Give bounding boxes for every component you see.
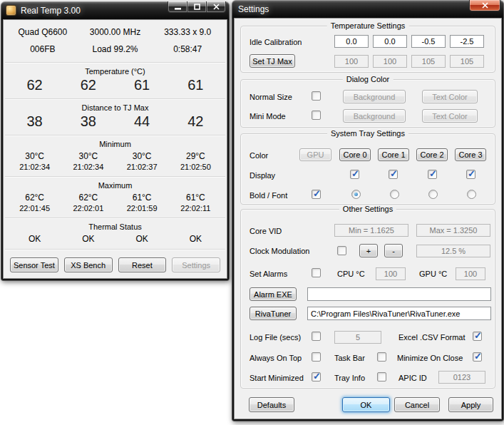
normal-size-checkbox[interactable] (312, 91, 321, 101)
tray-color-label: Color (250, 151, 268, 160)
minimum-label: Minimum (4, 136, 227, 148)
maximum-temps: 62°C 62°C 61°C 61°C (4, 190, 227, 203)
core1-distance: 38 (61, 113, 115, 130)
core0-color-button[interactable]: Core 0 (339, 148, 371, 161)
uptime: 0:58:47 (151, 44, 224, 54)
core0-status: OK (8, 234, 61, 244)
core0-min-time: 21:02:34 (8, 163, 61, 171)
core2-min-time: 21:02:37 (115, 163, 169, 171)
other-settings-group-label: Other Settings (339, 205, 396, 213)
distance-values: 38 38 44 42 (4, 112, 227, 135)
minimize-on-close-checkbox[interactable] (473, 352, 482, 362)
settings-titlebar[interactable]: Settings (234, 0, 502, 18)
idle-calibration-core1-input[interactable]: 0.0 (373, 35, 407, 48)
ok-button[interactable]: OK (342, 397, 390, 412)
core2-color-button[interactable]: Core 2 (416, 148, 448, 161)
core1-max-temp: 62°C (61, 193, 115, 203)
mini-background-button[interactable]: Background (343, 109, 406, 123)
cancel-button[interactable]: Cancel (394, 397, 440, 412)
csv-format-checkbox[interactable] (473, 332, 482, 341)
clock-modulation-label: Clock Modulation (250, 247, 309, 256)
alarm-exe-button[interactable]: Alarm EXE (250, 287, 297, 301)
mini-mode-label: Mini Mode (250, 112, 286, 121)
normal-background-button[interactable]: Background (343, 90, 406, 103)
tray-info-checkbox[interactable] (377, 372, 386, 382)
reset-button[interactable]: Reset (118, 257, 167, 272)
maximum-times: 22:01:45 22:02:01 22:01:59 22:02:11 (4, 203, 227, 217)
gpu-alarm-label: GPU °C (419, 270, 447, 279)
fsb-multiplier: 333.33 x 9.0 (151, 27, 224, 37)
core0-min-temp: 30°C (8, 151, 61, 161)
log-file-checkbox[interactable] (312, 332, 321, 341)
display-core1-checkbox[interactable] (389, 170, 398, 179)
core3-min-time: 21:02:50 (169, 163, 222, 171)
clock-plus-button[interactable]: + (359, 244, 378, 257)
realtemp-window-title: Real Temp 3.00 (21, 6, 81, 16)
font-core3-radio[interactable] (467, 190, 476, 199)
font-core2-radio[interactable] (428, 190, 438, 199)
settings-button[interactable]: Settings (172, 257, 220, 272)
core1-status: OK (61, 234, 115, 244)
minimize-icon (175, 4, 181, 10)
close-button[interactable] (206, 1, 226, 13)
temperature-settings-group-label: Temperature Settings (327, 21, 409, 30)
core1-temp: 62 (61, 77, 115, 93)
separator (5, 249, 225, 250)
font-core1-radio[interactable] (390, 190, 399, 199)
core3-status: OK (169, 234, 222, 244)
core2-max-time: 22:01:59 (115, 204, 169, 212)
core3-max-time: 22:02:11 (169, 204, 222, 212)
tj-max-core1-field: 100 (373, 55, 407, 68)
display-core3-checkbox[interactable] (466, 170, 475, 179)
font-core0-radio[interactable] (351, 190, 361, 199)
core1-color-button[interactable]: Core 1 (378, 148, 409, 161)
idle-calibration-core3-input[interactable]: -2.5 (450, 35, 484, 48)
rivatuner-button[interactable]: RivaTuner (250, 307, 297, 320)
maximize-button[interactable] (187, 1, 207, 13)
gpu-alarm-field: 100 (456, 267, 485, 280)
set-alarms-checkbox[interactable] (312, 268, 321, 277)
log-file-label: Log File (secs) (250, 333, 301, 342)
start-minimized-checkbox[interactable] (312, 372, 321, 382)
task-bar-label: Task Bar (334, 354, 365, 363)
bold-font-checkbox[interactable] (312, 190, 321, 199)
core-vid-max-field: Max = 1.3250 (416, 224, 490, 237)
realtemp-titlebar[interactable]: Real Temp 3.00 (3, 1, 227, 19)
system-tray-group: System Tray Settings Color GPU Core 0 Co… (240, 133, 495, 205)
clock-modulation-checkbox[interactable] (337, 246, 346, 255)
alarm-exe-path-input[interactable] (307, 287, 491, 301)
minimum-times: 21:02:34 21:02:34 21:02:37 21:02:50 (4, 161, 227, 176)
mini-text-color-button[interactable]: Text Color (422, 109, 478, 123)
task-bar-checkbox[interactable] (377, 352, 386, 362)
idle-calibration-core2-input[interactable]: -0.5 (411, 35, 446, 48)
system-tray-group-label: System Tray Settings (327, 129, 408, 138)
display-core2-checkbox[interactable] (428, 170, 437, 179)
idle-calibration-label: Idle Calibration (250, 38, 302, 47)
normal-text-color-button[interactable]: Text Color (422, 90, 478, 103)
xs-bench-button[interactable]: XS Bench (64, 257, 113, 272)
core1-min-temp: 30°C (61, 151, 115, 161)
close-icon (482, 2, 488, 9)
core1-min-time: 21:02:34 (61, 163, 115, 171)
always-on-top-label: Always On Top (250, 354, 302, 363)
maximize-icon (194, 4, 200, 10)
mini-mode-checkbox[interactable] (312, 111, 321, 120)
defaults-button[interactable]: Defaults (249, 397, 294, 412)
display-core0-checkbox[interactable] (350, 170, 359, 179)
close-button[interactable] (469, 0, 500, 11)
realtemp-window: Real Temp 3.00 Quad Q6600 3000.00 MHz 33… (1, 1, 230, 281)
start-minimized-label: Start Minimized (250, 374, 304, 383)
rivatuner-path-input[interactable]: C:\Program Files\RivaTuner\RivaTuner.exe (307, 307, 491, 320)
core3-color-button[interactable]: Core 3 (455, 148, 486, 161)
clock-minus-button[interactable]: - (384, 244, 403, 257)
core2-status: OK (115, 234, 169, 244)
idle-calibration-core0-input[interactable]: 0.0 (334, 35, 369, 48)
always-on-top-checkbox[interactable] (312, 352, 321, 362)
sensor-test-button[interactable]: Sensor Test (10, 257, 58, 272)
apply-button[interactable]: Apply (448, 397, 493, 412)
set-tj-max-button[interactable]: Set TJ Max (250, 54, 295, 68)
minimize-button[interactable] (168, 1, 187, 13)
core0-max-time: 22:01:45 (8, 204, 61, 212)
gpu-color-button[interactable]: GPU (299, 148, 331, 161)
core1-max-time: 22:02:01 (61, 204, 115, 212)
